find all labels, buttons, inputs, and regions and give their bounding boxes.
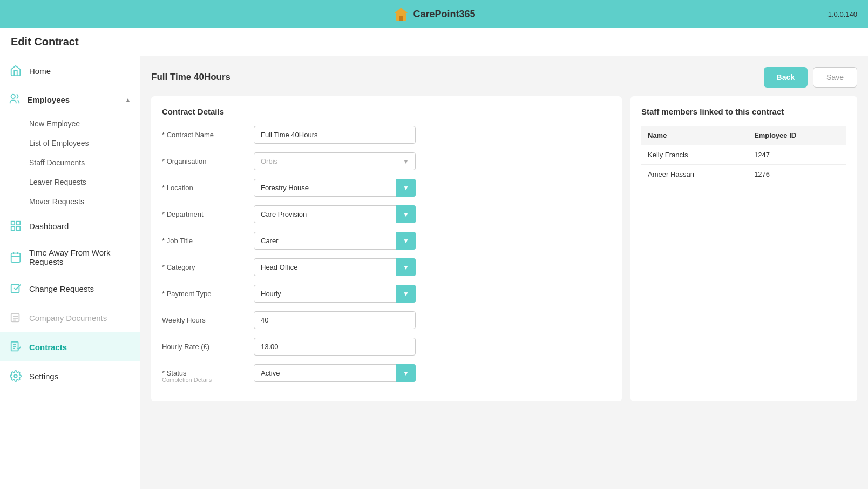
- organisation-select[interactable]: Orbis: [254, 152, 416, 170]
- page-title-bar: Edit Contract: [0, 28, 868, 56]
- app-logo: CarePoint365: [392, 5, 475, 23]
- sidebar-item-contracts[interactable]: Contracts: [0, 332, 140, 361]
- category-label: * Category: [162, 263, 248, 271]
- sidebar-item-time-away[interactable]: Time Away From Work Requests: [0, 240, 140, 274]
- svg-rect-5: [17, 222, 20, 225]
- location-label: * Location: [162, 184, 248, 192]
- contract-name-label: * Contract Name: [162, 131, 248, 139]
- sidebar-item-home[interactable]: Home: [0, 56, 140, 85]
- svg-marker-1: [395, 8, 408, 13]
- form-row-weekly-hours: Weekly Hours: [162, 311, 611, 329]
- form-row-contract-name: * Contract Name: [162, 126, 611, 144]
- change-requests-icon: [9, 282, 23, 296]
- location-select-wrapper: Forestry House ▼: [254, 179, 416, 197]
- mover-requests-label: Mover Requests: [29, 197, 84, 206]
- department-label: * Department: [162, 210, 248, 218]
- page-title: Edit Contract: [11, 36, 857, 48]
- sidebar-item-change-requests[interactable]: Change Requests: [0, 274, 140, 303]
- svg-rect-8: [11, 253, 21, 263]
- layout: Home Employees ▲ New Employee List of Em…: [0, 56, 868, 489]
- location-select[interactable]: Forestry House: [254, 179, 416, 197]
- col-employee-id: Employee ID: [748, 126, 846, 145]
- staff-panel: Staff members linked to this contract Na…: [630, 96, 857, 401]
- chevron-up-icon: ▲: [125, 96, 131, 104]
- category-select-wrapper: Head Office ▼: [254, 258, 416, 276]
- form-row-location: * Location Forestry House ▼: [162, 179, 611, 197]
- staff-documents-label: Staff Documents: [29, 158, 85, 167]
- sidebar-dashboard-label: Dashboard: [29, 222, 69, 231]
- svg-rect-2: [399, 16, 403, 21]
- contract-name-input[interactable]: [254, 126, 416, 144]
- hourly-rate-input[interactable]: [254, 338, 416, 356]
- sidebar-home-label: Home: [29, 66, 51, 76]
- new-employee-label: New Employee: [29, 119, 80, 128]
- organisation-label: * Organisation: [162, 157, 248, 165]
- category-select[interactable]: Head Office: [254, 258, 416, 276]
- staff-id: 1247: [748, 145, 846, 165]
- svg-rect-4: [11, 222, 15, 225]
- list-employees-label: List of Employees: [29, 139, 89, 148]
- staff-name: Ameer Hassan: [641, 165, 748, 184]
- back-button[interactable]: Back: [764, 67, 808, 88]
- svg-rect-6: [11, 227, 15, 230]
- payment-type-select[interactable]: Hourly: [254, 285, 416, 303]
- sidebar-employees-label: Employees: [27, 95, 118, 104]
- form-row-status: * Status Completion Details Active ▼: [162, 364, 611, 382]
- sidebar-item-mover-requests[interactable]: Mover Requests: [29, 192, 140, 211]
- status-label-text: * Status: [162, 369, 187, 377]
- sidebar-item-new-employee[interactable]: New Employee: [29, 114, 140, 133]
- form-row-organisation: * Organisation Orbis ▼: [162, 152, 611, 170]
- contracts-icon: [9, 340, 23, 354]
- table-row: Ameer Hassan1276: [641, 165, 846, 184]
- form-row-job-title: * Job Title Carer ▼: [162, 232, 611, 250]
- sidebar-company-docs-label: Company Documents: [29, 313, 107, 323]
- form-row-hourly-rate: Hourly Rate (£): [162, 338, 611, 356]
- panels: Contract Details * Contract Name * Organ…: [151, 96, 857, 401]
- svg-rect-7: [17, 227, 20, 230]
- main-content: Full Time 40Hours Back Save Contract Det…: [140, 56, 868, 489]
- company-docs-icon: [9, 311, 23, 325]
- organisation-select-wrapper: Orbis ▼: [254, 152, 416, 170]
- hourly-rate-label: Hourly Rate (£): [162, 343, 248, 351]
- form-row-payment-type: * Payment Type Hourly ▼: [162, 285, 611, 303]
- job-title-label: * Job Title: [162, 237, 248, 245]
- col-name: Name: [641, 126, 748, 145]
- calendar-icon: [9, 250, 23, 264]
- contract-details-title: Contract Details: [162, 107, 611, 116]
- department-select[interactable]: Care Provision: [254, 205, 416, 223]
- status-label: * Status Completion Details: [162, 369, 248, 377]
- svg-point-21: [14, 374, 17, 378]
- home-icon: [9, 64, 23, 78]
- app-version: 1.0.0.140: [828, 10, 857, 18]
- job-title-select-wrapper: Carer ▼: [254, 232, 416, 250]
- department-select-wrapper: Care Provision ▼: [254, 205, 416, 223]
- sidebar-item-dashboard[interactable]: Dashboard: [0, 211, 140, 240]
- sidebar-item-staff-documents[interactable]: Staff Documents: [29, 153, 140, 172]
- sidebar: Home Employees ▲ New Employee List of Em…: [0, 56, 140, 489]
- contract-details-panel: Contract Details * Contract Name * Organ…: [151, 96, 622, 401]
- settings-icon: [9, 369, 23, 383]
- payment-type-select-wrapper: Hourly ▼: [254, 285, 416, 303]
- content-header: Full Time 40Hours Back Save: [151, 67, 857, 88]
- status-select[interactable]: Active: [254, 364, 416, 382]
- sidebar-change-requests-label: Change Requests: [29, 284, 94, 293]
- employees-icon: [9, 93, 21, 106]
- weekly-hours-input[interactable]: [254, 311, 416, 329]
- job-title-select[interactable]: Carer: [254, 232, 416, 250]
- header-buttons: Back Save: [764, 67, 857, 88]
- leaver-requests-label: Leaver Requests: [29, 178, 86, 186]
- staff-table-body: Kelly Francis1247Ameer Hassan1276: [641, 145, 846, 184]
- employees-submenu: New Employee List of Employees Staff Doc…: [0, 114, 140, 211]
- save-button[interactable]: Save: [813, 67, 857, 88]
- completion-details-label: Completion Details: [162, 377, 212, 383]
- svg-point-3: [11, 95, 15, 98]
- sidebar-item-settings[interactable]: Settings: [0, 361, 140, 391]
- sidebar-item-leaver-requests[interactable]: Leaver Requests: [29, 172, 140, 192]
- staff-table-header-row: Name Employee ID: [641, 126, 846, 145]
- staff-table: Name Employee ID Kelly Francis1247Ameer …: [641, 126, 846, 184]
- sidebar-item-list-employees[interactable]: List of Employees: [29, 133, 140, 153]
- table-row: Kelly Francis1247: [641, 145, 846, 165]
- form-row-department: * Department Care Provision ▼: [162, 205, 611, 223]
- weekly-hours-label: Weekly Hours: [162, 316, 248, 324]
- sidebar-item-employees[interactable]: Employees ▲: [0, 85, 140, 114]
